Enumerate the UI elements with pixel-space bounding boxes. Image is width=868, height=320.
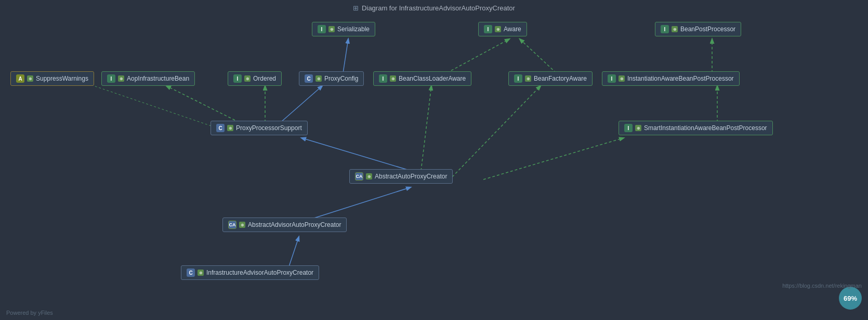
node-serializable[interactable]: I ⊕ Serializable xyxy=(312,22,375,36)
svg-line-7 xyxy=(281,86,322,122)
node-bean-factory-aware[interactable]: I ⊕ BeanFactoryAware xyxy=(508,71,593,86)
node-ordered[interactable]: I ⊕ Ordered xyxy=(228,71,282,86)
badge-ordered: I xyxy=(233,74,242,83)
badge-serializable: I xyxy=(318,25,326,33)
node-suppress-warnings[interactable]: A ⊕ SuppressWarnings xyxy=(10,71,94,86)
svg-line-6 xyxy=(166,86,239,122)
node-proxy-processor-support[interactable]: C ⊕ ProxyProcessorSupport xyxy=(211,121,308,135)
arrows-svg xyxy=(0,0,868,320)
node-proxy-config[interactable]: C ⊕ ProxyConfig xyxy=(299,71,364,86)
badge-infrastructure-advisor: C xyxy=(187,268,195,277)
svg-line-1 xyxy=(447,39,509,73)
badge-suppress-warnings: A xyxy=(16,74,24,83)
badge-abstract-advisor-auto-proxy: CA xyxy=(228,221,236,229)
svg-line-13 xyxy=(288,237,299,268)
node-bean-post-processor[interactable]: I ⊕ BeanPostProcessor xyxy=(655,22,741,36)
footer-powered-by: Powered by yFiles xyxy=(6,310,53,316)
badge-bean-post-processor: I xyxy=(661,25,669,33)
node-infrastructure-advisor-auto-proxy[interactable]: C ⊕ InfrastructureAdvisorAutoProxyCreato… xyxy=(181,265,319,280)
badge-bean-factory-aware: I xyxy=(514,74,522,83)
badge-instantiation-aware-bpp: I xyxy=(608,74,616,83)
node-instantiation-aware-bpp[interactable]: I ⊕ InstantiationAwareBeanPostProcessor xyxy=(602,71,740,86)
svg-line-11 xyxy=(452,86,541,177)
svg-line-10 xyxy=(421,86,431,171)
node-bean-classloader-aware[interactable]: I ⊕ BeanClassLoaderAware xyxy=(373,71,471,86)
svg-line-12 xyxy=(309,187,411,220)
badge-aware: I xyxy=(484,25,492,33)
svg-line-14 xyxy=(83,82,216,127)
zoom-badge[interactable]: 69% xyxy=(839,287,862,310)
node-aware[interactable]: I ⊕ Aware xyxy=(478,22,527,36)
badge-proxy-config: C xyxy=(305,74,313,83)
svg-line-8 xyxy=(301,138,411,171)
node-aop-infrastructure-bean[interactable]: I ⊕ AopInfrastructureBean xyxy=(101,71,195,86)
svg-line-0 xyxy=(343,39,348,73)
node-smart-instantiation-aware-bpp[interactable]: I ⊕ SmartInstantiationAwareBeanPostProce… xyxy=(619,121,773,135)
svg-line-9 xyxy=(483,138,624,180)
badge-proxy-processor-support: C xyxy=(216,124,225,132)
badge-aop-infrastructure: I xyxy=(107,74,115,83)
footer-url: https://blog.csdn.net/rekingman xyxy=(782,283,862,289)
diagram-container: ⊞ Diagram for InfrastructureAdvisorAutoP… xyxy=(0,0,868,320)
svg-line-2 xyxy=(520,39,556,73)
diagram-title: ⊞ Diagram for InfrastructureAdvisorAutoP… xyxy=(353,4,515,12)
badge-bean-classloader-aware: I xyxy=(379,74,387,83)
title-icon: ⊞ xyxy=(353,4,359,12)
badge-abstract-auto-proxy: CA xyxy=(355,172,363,181)
node-abstract-auto-proxy-creator[interactable]: CA ⊕ AbstractAutoProxyCreator xyxy=(349,169,453,184)
node-abstract-advisor-auto-proxy[interactable]: CA ⊕ AbstractAdvisorAutoProxyCreator xyxy=(222,217,347,232)
badge-smart-instantiation: I xyxy=(624,124,633,132)
